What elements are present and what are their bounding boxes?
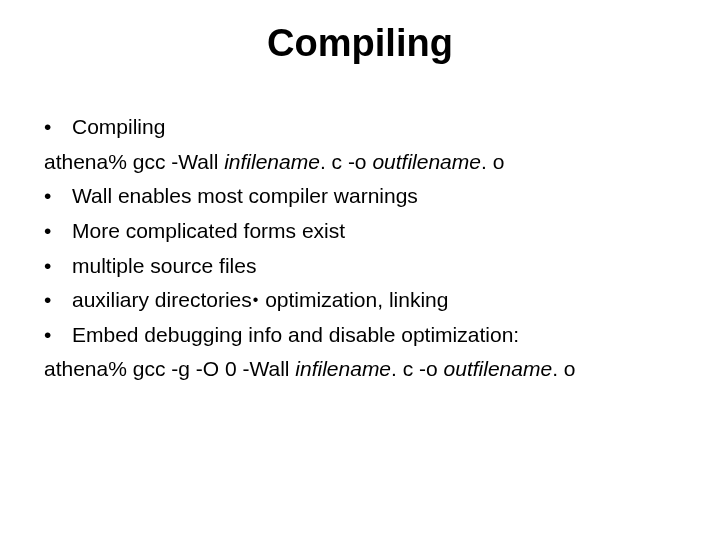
bullet-item-more-forms: • More complicated forms exist (42, 214, 678, 249)
cmd1-prefix: athena% gcc -Wall (44, 150, 224, 173)
aux-dirs-text-a: auxiliary directories (72, 288, 252, 311)
bullet-text: multiple source files (72, 249, 678, 284)
cmd2-outfile: outfilename (444, 357, 553, 380)
bullet-icon: • (252, 287, 260, 313)
cmd2-suffix: . o (552, 357, 575, 380)
cmd2-infile: infilename (295, 357, 391, 380)
cmd2-mid: . c -o (391, 357, 444, 380)
bullet-icon: • (42, 283, 72, 318)
aux-dirs-text-b: optimization, linking (259, 288, 448, 311)
bullet-icon: • (42, 318, 72, 353)
cmd2-prefix: athena% gcc -g -O 0 -Wall (44, 357, 295, 380)
bullet-item-wall: • Wall enables most compiler warnings (42, 179, 678, 214)
cmd1-outfile: outfilename (372, 150, 481, 173)
bullet-icon: • (42, 249, 72, 284)
bullet-text: Embed debugging info and disable optimiz… (72, 318, 678, 353)
bullet-text: Compiling (72, 110, 678, 145)
command-line-1: athena% gcc -Wall infilename. c -o outfi… (42, 145, 678, 180)
slide-body: • Compiling athena% gcc -Wall infilename… (42, 110, 678, 387)
bullet-item-compiling: • Compiling (42, 110, 678, 145)
slide: Compiling • Compiling athena% gcc -Wall … (0, 0, 720, 540)
cmd1-infile: infilename (224, 150, 320, 173)
command-line-2: athena% gcc -g -O 0 -Wall infilename. c … (42, 352, 678, 387)
bullet-item-aux-dirs: • auxiliary directories• optimization, l… (42, 283, 678, 318)
bullet-text: Wall enables most compiler warnings (72, 179, 678, 214)
bullet-icon: • (42, 110, 72, 145)
bullet-item-multiple-sources: • multiple source files (42, 249, 678, 284)
slide-title: Compiling (0, 22, 720, 65)
bullet-icon: • (42, 179, 72, 214)
bullet-text: More complicated forms exist (72, 214, 678, 249)
bullet-text: auxiliary directories• optimization, lin… (72, 283, 678, 318)
bullet-item-debug: • Embed debugging info and disable optim… (42, 318, 678, 353)
cmd1-suffix: . o (481, 150, 504, 173)
cmd1-mid: . c -o (320, 150, 373, 173)
bullet-icon: • (42, 214, 72, 249)
